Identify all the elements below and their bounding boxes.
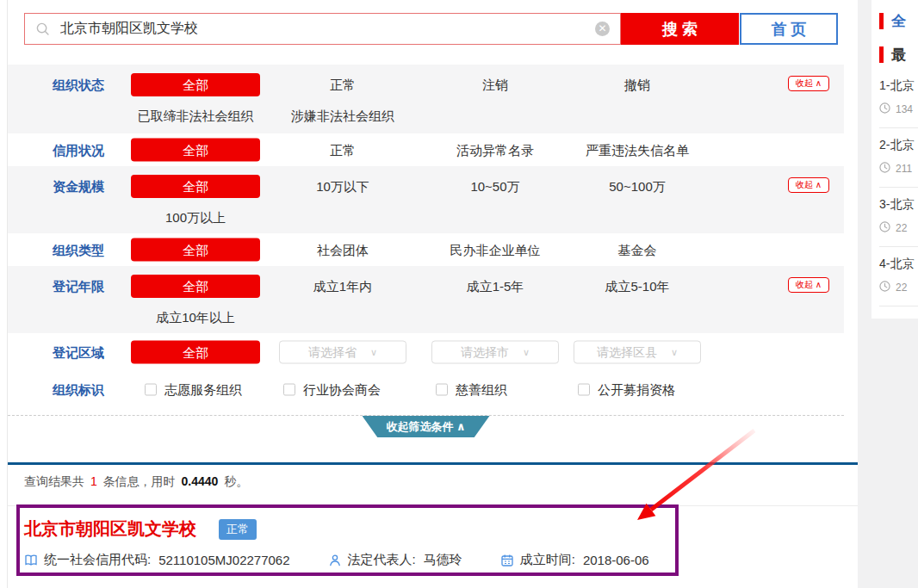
sidebar-list-item[interactable]: 1-北京134 — [879, 69, 918, 128]
result-title-row: 北京市朝阳区凯文学校 正常 — [24, 517, 859, 541]
filter-option[interactable]: 50~100万 — [564, 175, 710, 198]
filter-row: 组织标识志愿服务组织行业协会商会慈善组织公开募捐资格 — [8, 371, 844, 407]
filter-rows: 组织状态全部正常注销撤销已取缔非法社会组织涉嫌非法社会组织收起 ∧信用状况全部正… — [8, 65, 844, 407]
filter-checkbox[interactable]: 志愿服务组织 — [145, 378, 242, 401]
checkbox-label: 慈善组织 — [456, 378, 507, 401]
sidebar-item-time-value: 211 — [896, 163, 912, 175]
filter-panel: 组织状态全部正常注销撤销已取缔非法社会组织涉嫌非法社会组织收起 ∧信用状况全部正… — [8, 65, 844, 444]
filter-all-button[interactable]: 全部 — [131, 73, 260, 96]
sidebar-list-item[interactable]: 2-北京211 — [879, 128, 918, 188]
sidebar-item-time-value: 22 — [896, 282, 907, 294]
filter-all-button[interactable]: 全部 — [131, 341, 260, 364]
filter-label: 组织类型 — [53, 238, 130, 262]
credit-code-field: 统一社会信用代码:52110105MJ02277062 — [24, 552, 290, 568]
sidebar-item-title[interactable]: 3-北京 — [879, 197, 918, 213]
filter-option[interactable]: 成立10年以上 — [131, 306, 260, 329]
filter-option[interactable]: 涉嫌非法社会组织 — [270, 104, 416, 127]
person-icon — [328, 554, 342, 567]
sidebar-item-time-value: 22 — [896, 222, 907, 234]
checkbox-label: 志愿服务组织 — [164, 378, 242, 401]
filter-option[interactable]: 严重违法失信名单 — [564, 139, 710, 162]
org-name-link[interactable]: 北京市朝阳区凯文学校 — [24, 517, 196, 541]
collapse-row-button[interactable]: 收起 ∧ — [788, 277, 829, 293]
home-button[interactable]: 首 页 — [740, 13, 838, 45]
legal-rep-field: 法定代表人:马德玲 — [328, 552, 462, 568]
sidebar-item-title[interactable]: 1-北京 — [879, 78, 918, 94]
sidebar-title-2: 最 — [891, 45, 906, 65]
credit-code-label: 统一社会信用代码: — [44, 552, 151, 568]
filter-option[interactable]: 基金会 — [564, 238, 710, 262]
filter-option[interactable]: 成立5-10年 — [564, 275, 710, 298]
sidebar-section-1: 全 — [879, 11, 918, 31]
filter-option[interactable]: 活动异常名录 — [422, 139, 568, 162]
collapse-filters-button[interactable]: 收起筛选条件 ∧ — [363, 416, 490, 437]
results-summary: 查询结果共 1 条信息，用时 0.4440 秒。 — [8, 465, 859, 490]
page: ✕ 搜 索 首 页 组织状态全部正常注销撤销已取缔非法社会组织涉嫌非法社会组织收… — [0, 0, 918, 588]
summary-middle: 条信息，用时 — [103, 474, 176, 488]
checkbox-icon[interactable] — [436, 383, 448, 395]
filter-all-button[interactable]: 全部 — [131, 238, 260, 262]
red-bar-icon — [879, 46, 884, 63]
right-sidebar: 全 最 1-北京1342-北京2113-北京224-北京22 — [871, 0, 918, 319]
select-placeholder: 请选择市 — [461, 344, 509, 360]
filter-option[interactable]: 正常 — [270, 139, 416, 162]
filter-option[interactable]: 社会团体 — [270, 238, 416, 262]
checkbox-icon[interactable] — [578, 383, 590, 395]
sidebar-item-time: 211 — [879, 162, 918, 176]
sidebar-item-title[interactable]: 4-北京 — [879, 257, 918, 272]
book-icon — [24, 554, 38, 567]
filter-label: 组织状态 — [53, 73, 130, 96]
search-icon — [35, 22, 50, 36]
summary-suffix: 秒。 — [224, 474, 248, 488]
legal-rep-label: 法定代表人: — [348, 552, 416, 568]
query-time: 0.4440 — [181, 474, 218, 488]
filter-all-button[interactable]: 全部 — [131, 175, 260, 198]
chevron-down-icon: ∨ — [671, 347, 678, 358]
filter-option[interactable]: 10~50万 — [422, 175, 568, 198]
result-item[interactable]: 北京市朝阳区凯文学校 正常 统一社会信用代码:52110105MJ0227706… — [8, 506, 859, 568]
filter-all-button[interactable]: 全部 — [131, 139, 260, 162]
filter-checkbox[interactable]: 慈善组织 — [436, 378, 507, 401]
filter-checkbox[interactable]: 行业协会商会 — [283, 378, 381, 401]
summary-prefix: 查询结果共 — [24, 474, 84, 488]
sidebar-list-item[interactable]: 4-北京22 — [879, 247, 918, 306]
sidebar-title-1: 全 — [891, 11, 906, 31]
region-select[interactable]: 请选择省∨ — [279, 341, 406, 364]
filter-option[interactable]: 10万以下 — [270, 175, 416, 198]
collapse-row-button[interactable]: 收起 ∧ — [788, 177, 829, 193]
founded-field: 成立时间:2018-06-06 — [500, 552, 649, 568]
filter-option[interactable]: 民办非企业单位 — [422, 238, 568, 262]
collapse-row-button[interactable]: 收起 ∧ — [788, 76, 829, 91]
chevron-down-icon: ∨ — [370, 347, 377, 358]
status-badge: 正常 — [219, 519, 257, 540]
filter-option[interactable]: 注销 — [422, 73, 568, 96]
region-select[interactable]: 请选择区县∨ — [574, 341, 701, 364]
sidebar-item-title[interactable]: 2-北京 — [879, 138, 918, 153]
filter-option[interactable]: 撤销 — [564, 73, 710, 96]
red-bar-icon — [879, 13, 884, 29]
search-input-wrapper: ✕ — [24, 13, 621, 45]
sidebar-list-item[interactable]: 3-北京22 — [879, 188, 918, 247]
filter-row: 组织类型全部社会团体民办非企业单位基金会 — [8, 233, 844, 266]
filter-divider — [8, 415, 844, 416]
filter-option[interactable]: 成立1-5年 — [422, 275, 568, 298]
clear-icon[interactable]: ✕ — [595, 22, 610, 36]
results-panel: 查询结果共 1 条信息，用时 0.4440 秒。 北京市朝阳区凯文学校 正常 统… — [8, 462, 859, 588]
sidebar-section-2: 最 — [879, 45, 918, 65]
filter-option[interactable]: 已取缔非法社会组织 — [131, 104, 260, 127]
filter-row: 信用状况全部正常活动异常名录严重违法失信名单 — [8, 133, 844, 166]
checkbox-icon[interactable] — [145, 383, 157, 395]
legal-rep-value: 马德玲 — [424, 552, 462, 568]
search-button[interactable]: 搜 索 — [621, 13, 739, 45]
filter-option[interactable]: 成立1年内 — [270, 275, 416, 298]
filter-all-button[interactable]: 全部 — [131, 275, 260, 298]
region-select[interactable]: 请选择市∨ — [431, 341, 559, 364]
filter-label: 信用状况 — [53, 139, 130, 162]
select-placeholder: 请选择区县 — [597, 344, 657, 360]
filter-option[interactable]: 正常 — [270, 73, 416, 96]
checkbox-icon[interactable] — [283, 383, 295, 395]
filter-checkbox[interactable]: 公开募捐资格 — [578, 378, 675, 401]
search-input[interactable] — [60, 22, 585, 37]
clock-icon — [879, 162, 890, 176]
filter-option[interactable]: 100万以上 — [131, 206, 260, 229]
